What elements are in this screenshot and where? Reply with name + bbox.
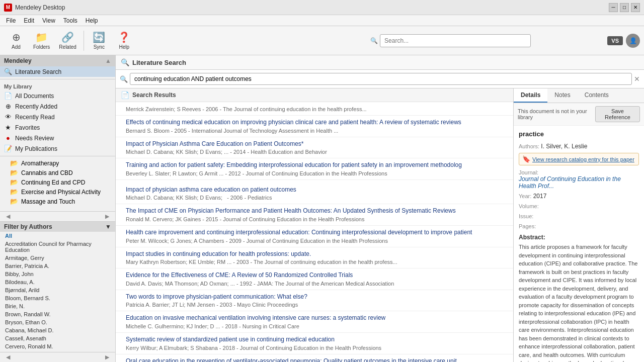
- filter-scroll-left[interactable]: ◀: [4, 353, 12, 361]
- results-area: 📄 Search Results Merrick Zwirenstein; S …: [116, 88, 644, 362]
- filter-item-1[interactable]: Accreditation Council for Pharmacy Educa…: [0, 240, 115, 254]
- related-button[interactable]: 🔗 Related: [55, 29, 80, 52]
- results-list-header: 📄 Search Results: [116, 88, 513, 102]
- filter-item-6[interactable]: Bjørndal, Arild: [0, 286, 115, 294]
- menu-file[interactable]: File: [2, 16, 20, 25]
- details-volume-field: Volume:: [519, 203, 639, 210]
- menu-view[interactable]: View: [38, 16, 59, 25]
- result-meta: Ronald M. Cervero; JK Gaines - 2015 - Jo…: [126, 216, 508, 222]
- sidebar-folder-cannabis[interactable]: 📂 Cannabis and CBD: [0, 168, 115, 177]
- sidebar-item-literature-search[interactable]: 🔍 Literature Search: [0, 66, 115, 77]
- result-item[interactable]: Impact studies in continuing education f…: [116, 247, 513, 269]
- tab-contents[interactable]: Contents: [578, 88, 616, 103]
- result-item[interactable]: Merrick Zwirenstein; S Reeves - 2006 - T…: [116, 102, 513, 116]
- journal-value: Journal of Continuing Education in the H…: [519, 175, 639, 190]
- search-bar: 🔍 ✕: [116, 70, 644, 88]
- vs-badge: VS: [607, 36, 623, 45]
- menu-help[interactable]: Help: [82, 16, 102, 25]
- folder-icon-aromatherapy: 📂: [10, 159, 18, 167]
- result-meta: Peter M. Wilcock; G Jones; A Chambers - …: [126, 238, 508, 244]
- sync-label: Sync: [94, 44, 105, 50]
- filter-item-9[interactable]: Brown, Randall W.: [0, 310, 115, 318]
- user-avatar[interactable]: 👤: [626, 34, 640, 48]
- needs-review-icon: ●: [4, 134, 12, 142]
- recently-read-icon: 👁: [4, 113, 12, 121]
- result-meta: Kerry Wilbur; A Elmubark; S Shabana - 20…: [126, 345, 508, 351]
- filter-item-13[interactable]: Cervero, Ronald M.: [0, 342, 115, 350]
- help-button[interactable]: ❓ Help: [112, 29, 136, 52]
- save-reference-button[interactable]: Save Reference: [595, 106, 640, 122]
- filter-collapse-icon[interactable]: ▼: [105, 223, 111, 230]
- catalog-link-text: View research catalog entry for this pap…: [532, 156, 634, 162]
- filter-item-4[interactable]: Bibby, John: [0, 270, 115, 278]
- details-abstract-section: Abstract: This article proposes a framew…: [519, 234, 639, 362]
- results-header-icon: 📄: [121, 91, 129, 99]
- result-item[interactable]: Effects of continuing medical education …: [116, 116, 513, 137]
- sidebar-item-recently-read[interactable]: 👁 Recently Read: [0, 112, 115, 122]
- filter-scroll-right[interactable]: ▶: [103, 353, 111, 361]
- maximize-button[interactable]: □: [620, 3, 629, 12]
- close-button[interactable]: ✕: [631, 3, 640, 12]
- filter-item-3[interactable]: Barrier, Patricia A.: [0, 262, 115, 270]
- result-item[interactable]: Impact of physician asthma care educatio…: [116, 180, 513, 205]
- filter-item-12[interactable]: Cassell, Asenath: [0, 334, 115, 342]
- catalog-link[interactable]: 🔖 View research catalog entry for this p…: [519, 153, 639, 165]
- search-clear-button[interactable]: ✕: [634, 75, 640, 83]
- related-icon: 🔗: [61, 31, 74, 43]
- result-title: The Impact of CME on Physician Performan…: [126, 207, 508, 215]
- minimize-button[interactable]: ─: [609, 3, 618, 12]
- result-title: Oral care education in the prevention of…: [126, 357, 508, 362]
- filter-item-11[interactable]: Cabana, Michael D.: [0, 326, 115, 334]
- sidebar-scroll-left[interactable]: ◀: [4, 213, 12, 220]
- details-issue-field: Issue:: [519, 213, 639, 220]
- sync-button[interactable]: 🔄 Sync: [87, 29, 111, 52]
- toolbar-search-input[interactable]: [380, 34, 531, 47]
- result-meta: Michael D. Cabana; KK Slish; D Evans; ..…: [126, 149, 508, 155]
- app-icon: M: [4, 4, 12, 12]
- folder-icon-massage: 📂: [10, 198, 18, 205]
- result-meta: Patricia A. Barrier; JT Li; NM Jensen - …: [126, 302, 508, 308]
- filter-item-10[interactable]: Bryson, Ethan O.: [0, 318, 115, 326]
- sidebar-toggle-icon[interactable]: ▲: [105, 57, 111, 64]
- result-item[interactable]: Health care improvement and continuing i…: [116, 226, 513, 247]
- sidebar-scroll-right[interactable]: ▶: [103, 213, 111, 220]
- result-item[interactable]: Two words to improve physician-patient c…: [116, 290, 513, 312]
- result-item[interactable]: Systematic review of standardized patien…: [116, 333, 513, 354]
- result-item[interactable]: Education on invasive mechanical ventila…: [116, 311, 513, 333]
- sidebar-folder-exercise[interactable]: 📂 Exercise and Physical Activity: [0, 187, 115, 197]
- menu-tools[interactable]: Tools: [59, 16, 82, 25]
- all-docs-label: All Documents: [15, 93, 111, 100]
- search-input[interactable]: [130, 73, 632, 85]
- result-item[interactable]: Evidence for the Effectiveness of CME: A…: [116, 268, 513, 290]
- sidebar-folder-massage[interactable]: 📂 Massage and Touch: [0, 197, 115, 206]
- result-item[interactable]: Oral care education in the prevention of…: [116, 354, 513, 362]
- my-publications-label: My Publications: [15, 145, 111, 152]
- result-title: Impact of Physician Asthma Care Educatio…: [126, 140, 508, 148]
- filter-item-5[interactable]: Bilodeau, A.: [0, 278, 115, 286]
- result-title: Systematic review of standardized patien…: [126, 336, 508, 344]
- filter-item-2[interactable]: Armitage, Gerry: [0, 254, 115, 262]
- sidebar-folder-aromatherapy[interactable]: 📂 Aromatherapy: [0, 158, 115, 168]
- filter-item-8[interactable]: Birie, N.: [0, 302, 115, 310]
- result-title: Effects of continuing medical education …: [126, 119, 508, 127]
- folders-button[interactable]: 📁 Folders: [29, 29, 54, 52]
- result-item[interactable]: The Impact of CME on Physician Performan…: [116, 204, 513, 226]
- filter-item-all[interactable]: All: [0, 232, 115, 240]
- window-controls[interactable]: ─ □ ✕: [609, 3, 640, 12]
- add-button[interactable]: ⊕ Add: [4, 29, 28, 52]
- tab-details[interactable]: Details: [514, 88, 547, 103]
- sidebar-item-all-documents[interactable]: 📄 All Documents: [0, 90, 115, 101]
- help-label: Help: [119, 44, 130, 50]
- sidebar-item-my-publications[interactable]: 📝 My Publications: [0, 143, 115, 154]
- result-title: Two words to improve physician-patient c…: [126, 293, 508, 301]
- tab-notes[interactable]: Notes: [547, 88, 577, 103]
- menu-edit[interactable]: Edit: [20, 16, 38, 25]
- sidebar-folder-continuing-ed[interactable]: 📂 Continuing Ed and CPD: [0, 177, 115, 187]
- result-item[interactable]: Impact of Physician Asthma Care Educatio…: [116, 137, 513, 159]
- sidebar-item-favorites[interactable]: ★ Favorites: [0, 122, 115, 133]
- sidebar-item-recently-added[interactable]: ⊕ Recently Added: [0, 101, 115, 112]
- related-label: Related: [59, 44, 76, 50]
- filter-item-7[interactable]: Bloom, Bernard S.: [0, 294, 115, 302]
- result-item[interactable]: Training and action for patient safety: …: [116, 158, 513, 180]
- sidebar-item-needs-review[interactable]: ● Needs Review: [0, 133, 115, 143]
